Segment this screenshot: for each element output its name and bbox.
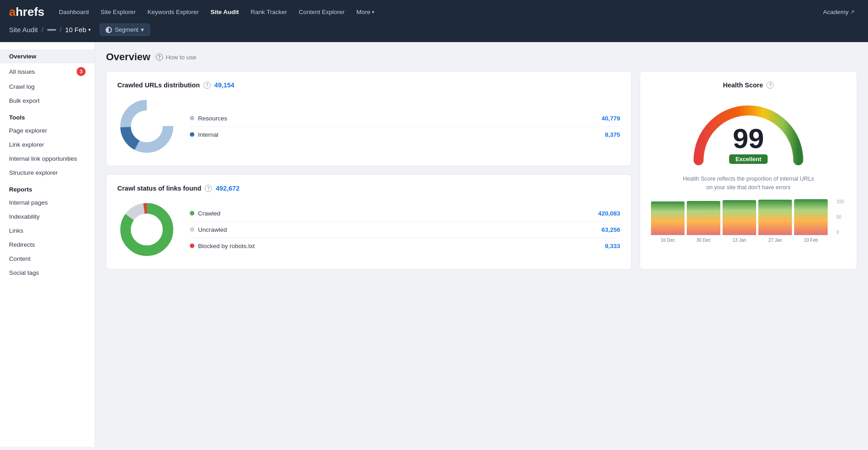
breadcrumb-sep1: / <box>41 26 43 34</box>
uncrawled-label: Uncrawled <box>198 226 227 233</box>
nav-rank-tracker[interactable]: Rank Tracker <box>246 6 291 18</box>
nav-dashboard[interactable]: Dashboard <box>54 6 93 18</box>
breadcrumb-site-name[interactable] <box>47 29 56 31</box>
sidebar-item-link-explorer[interactable]: Link explorer <box>0 138 95 152</box>
internal-dot <box>190 132 194 137</box>
uncrawled-value[interactable]: 63,256 <box>602 226 620 233</box>
svg-point-6 <box>131 214 163 245</box>
breadcrumb-sep2: / <box>60 26 62 34</box>
nav-site-audit[interactable]: Site Audit <box>206 6 244 18</box>
crawl-status-info-icon[interactable]: ? <box>205 185 212 192</box>
cards-grid: Crawled URLs distribution ? 49,154 <box>106 71 857 269</box>
crawled-label: Crawled <box>198 210 221 217</box>
bar-col-2 <box>687 201 720 235</box>
health-score-info-icon[interactable]: ? <box>767 81 774 89</box>
crawl-status-title: Crawl status of links found <box>117 185 201 192</box>
nav-more[interactable]: More <box>352 6 379 18</box>
sidebar-item-social-tags[interactable]: Social tags <box>0 266 95 280</box>
crawled-urls-donut <box>117 97 176 156</box>
y-label-0: 0 <box>836 230 844 235</box>
sidebar-item-structure-explorer[interactable]: Structure explorer <box>0 166 95 180</box>
crawl-status-title-row: Crawl status of links found ? 492,672 <box>117 185 620 192</box>
logo[interactable]: ahrefs <box>9 5 44 19</box>
legend-item-resources: Resources 40,779 <box>190 110 620 127</box>
sidebar: Overview All issues 3 Crawl log Bulk exp… <box>0 42 95 447</box>
uncrawled-dot <box>190 227 194 232</box>
bar-col-4 <box>758 200 792 235</box>
main-content: Overview ? How to use Crawled URLs distr… <box>95 42 868 447</box>
sidebar-item-label: Structure explorer <box>9 169 58 176</box>
sidebar-item-label: Page explorer <box>9 127 47 134</box>
bar-1 <box>651 201 685 235</box>
health-description: Health Score reflects the proportion of … <box>680 175 816 192</box>
sidebar-item-page-explorer[interactable]: Page explorer <box>0 124 95 138</box>
legend-item-uncrawled: Uncrawled 63,256 <box>190 222 620 238</box>
sidebar-item-label: Internal pages <box>9 199 48 206</box>
gauge-badge: Excellent <box>729 154 767 164</box>
crawl-status-total[interactable]: 492,672 <box>216 185 239 192</box>
y-label-50: 50 <box>836 215 844 220</box>
nav-keywords-explorer[interactable]: Keywords Explorer <box>143 6 203 18</box>
gauge-container: 99 Excellent <box>690 97 807 169</box>
segment-chevron: ▾ <box>141 26 144 33</box>
bar-col-5 <box>794 199 828 235</box>
sidebar-item-content[interactable]: Content <box>0 252 95 266</box>
sidebar-item-overview[interactable]: Overview <box>0 49 95 63</box>
nav-academy[interactable]: Academy <box>819 6 859 18</box>
bar-chart-labels: 16 Dec 30 Dec 13 Jan 27 Jan 10 Feb <box>651 238 828 243</box>
legend-item-crawled: Crawled 420,083 <box>190 206 620 222</box>
crawl-status-chart-row: Crawled 420,083 Uncrawled 63,256 <box>117 200 620 259</box>
nav-content-explorer[interactable]: Content Explorer <box>294 6 349 18</box>
bar-col-3 <box>723 200 756 235</box>
donut-svg <box>117 97 176 156</box>
sidebar-item-label: Overview <box>9 53 36 60</box>
breadcrumb-site-audit: Site Audit <box>9 26 38 34</box>
sidebar-badge-issues: 3 <box>77 67 86 76</box>
y-label-100: 100 <box>836 199 844 204</box>
sidebar-item-internal-link-opps[interactable]: Internal link opportunities <box>0 152 95 166</box>
crawled-value[interactable]: 420,083 <box>598 210 620 217</box>
bar-label-0: 16 Dec <box>651 238 685 243</box>
sidebar-item-redirects[interactable]: Redirects <box>0 238 95 252</box>
how-to-use-button[interactable]: ? How to use <box>156 53 197 61</box>
crawled-urls-total[interactable]: 49,154 <box>214 81 234 89</box>
crawled-urls-title-row: Crawled URLs distribution ? 49,154 <box>117 81 620 89</box>
sidebar-item-label: All issues <box>9 68 35 75</box>
blocked-value[interactable]: 9,333 <box>605 243 620 249</box>
bar-chart-bars: 100 50 0 <box>651 199 828 235</box>
internal-label: Internal <box>198 131 218 138</box>
crawl-status-svg <box>117 200 176 259</box>
gauge-score-overlay: 99 Excellent <box>729 124 767 164</box>
sidebar-item-label: Indexability <box>9 213 40 220</box>
bar-5 <box>794 199 828 235</box>
resources-value[interactable]: 40,779 <box>602 115 620 122</box>
help-icon: ? <box>156 53 163 61</box>
y-axis: 100 50 0 <box>836 199 844 235</box>
crawled-urls-info-icon[interactable]: ? <box>203 81 211 89</box>
main-layout: Overview All issues 3 Crawl log Bulk exp… <box>0 42 868 447</box>
sidebar-item-label: Internal link opportunities <box>9 155 77 162</box>
bar-label-4: 10 Feb <box>794 238 828 243</box>
internal-value[interactable]: 8,375 <box>605 131 620 138</box>
sidebar-reports-section: Reports <box>0 180 95 196</box>
sidebar-item-bulk-export[interactable]: Bulk export <box>0 94 95 108</box>
sidebar-item-label: Content <box>9 255 30 262</box>
blocked-label: Blocked by robots.txt <box>198 243 255 249</box>
crawl-status-donut <box>117 200 176 259</box>
breadcrumb-date[interactable]: 10 Feb <box>65 26 91 34</box>
sidebar-item-all-issues[interactable]: All issues 3 <box>0 63 95 80</box>
resources-label: Resources <box>198 115 227 122</box>
how-to-use-label: How to use <box>166 54 197 61</box>
bar-4 <box>758 200 792 235</box>
sidebar-item-label: Links <box>9 227 24 234</box>
segment-button[interactable]: Segment ▾ <box>100 24 150 36</box>
nav-site-explorer[interactable]: Site Explorer <box>96 6 140 18</box>
sidebar-item-links[interactable]: Links <box>0 224 95 238</box>
crawled-urls-chart-row: Resources 40,779 Internal 8,375 <box>117 97 620 156</box>
sidebar-item-internal-pages[interactable]: Internal pages <box>0 196 95 210</box>
legend-item-internal: Internal 8,375 <box>190 127 620 143</box>
sidebar-item-indexability[interactable]: Indexability <box>0 210 95 224</box>
crawled-dot <box>190 211 194 215</box>
crawled-urls-title: Crawled URLs distribution <box>117 81 200 89</box>
sidebar-item-crawl-log[interactable]: Crawl log <box>0 80 95 94</box>
